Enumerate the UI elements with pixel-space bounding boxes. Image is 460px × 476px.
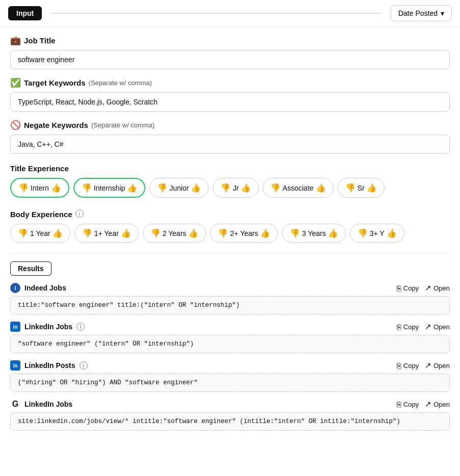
result-actions: ⎘ Copy ↗ Open (397, 400, 450, 409)
linkedin-icon: in (10, 360, 20, 371)
linkedin-icon: in (10, 322, 20, 332)
open-icon: ↗ (425, 283, 431, 293)
copy-icon: ⎘ (397, 323, 401, 331)
title-chip-associate[interactable]: 👎Associate👍 (263, 178, 334, 198)
negate-keywords-label: 🚫 Negate Keywords (Separate w/ comma) (10, 120, 450, 130)
open-icon: ↗ (425, 400, 431, 409)
job-title-label: 💼 Job Title (10, 35, 450, 46)
copy-label: Copy (403, 323, 419, 331)
job-title-input[interactable] (10, 50, 450, 69)
result-actions: ⎘ Copy ↗ Open (397, 322, 450, 331)
open-button[interactable]: ↗ Open (425, 322, 450, 331)
chip-label: Associate (283, 184, 314, 192)
thumbs-down-icon: 👎 (357, 228, 368, 238)
job-title-emoji: 💼 (10, 35, 21, 46)
result-service: in LinkedIn Jobs i (10, 322, 85, 332)
thumbs-up-icon: 👍 (188, 228, 198, 238)
chevron-down-icon: ▾ (441, 9, 444, 17)
result-header: in LinkedIn Posts i ⎘ Copy ↗ Open (10, 360, 450, 371)
open-label: Open (433, 284, 450, 292)
target-keywords-label: ✅ Target Keywords (Separate w/ comma) (10, 77, 450, 88)
body-chip-2years[interactable]: 👎2 Years👍 (143, 224, 207, 243)
thumbs-up-icon: 👍 (260, 228, 270, 238)
target-keywords-input[interactable] (10, 92, 450, 112)
title-chip-sr[interactable]: 👎Sr👍 (338, 178, 385, 198)
results-tab: Results (10, 261, 52, 276)
body-chip-3plusyears[interactable]: 👎3+ Y👍 (350, 224, 404, 243)
result-service-name: LinkedIn Jobs (24, 400, 72, 408)
open-button[interactable]: ↗ Open (425, 361, 450, 370)
thumbs-up-icon: 👍 (127, 183, 137, 193)
body-chip-1plusyear[interactable]: 👎1+ Year👍 (74, 224, 139, 243)
result-section-google-linkedin-jobs: G LinkedIn Jobs ⎘ Copy ↗ Open site:linke… (10, 399, 450, 431)
chip-label: Internship (94, 184, 125, 192)
divider (10, 253, 450, 253)
target-keywords-emoji: ✅ (10, 77, 21, 88)
thumbs-down-icon: 👎 (220, 183, 231, 193)
thumbs-up-icon: 👍 (121, 228, 131, 238)
result-service: i Indeed Jobs (10, 283, 66, 293)
body-chip-1year[interactable]: 👎1 Year👍 (10, 224, 70, 243)
thumbs-down-icon: 👎 (290, 228, 300, 238)
negate-keywords-input[interactable] (10, 135, 450, 154)
chip-label: Intern (31, 184, 49, 192)
body-chip-3years[interactable]: 👎3 Years👍 (282, 224, 346, 243)
result-info-icon[interactable]: i (76, 323, 85, 331)
chip-label: 2 Years (163, 229, 187, 237)
thumbs-up-icon: 👍 (367, 183, 377, 193)
result-header: i Indeed Jobs ⎘ Copy ↗ Open (10, 283, 450, 293)
copy-button[interactable]: ⎘ Copy (397, 361, 419, 370)
copy-button[interactable]: ⎘ Copy (397, 284, 419, 293)
title-chip-jr[interactable]: 👎Jr👍 (213, 178, 259, 198)
result-actions: ⎘ Copy ↗ Open (397, 283, 450, 293)
copy-button[interactable]: ⎘ Copy (397, 400, 419, 409)
result-query: "software engineer" ("intern" OR "intern… (10, 335, 450, 353)
body-experience-title: Body Experience (10, 210, 72, 219)
open-button[interactable]: ↗ Open (425, 400, 450, 409)
chip-label: 1+ Year (94, 229, 119, 237)
target-keywords-text: Target Keywords (24, 78, 86, 87)
result-service-name: Indeed Jobs (24, 284, 66, 292)
chip-label: Jr (233, 184, 239, 192)
copy-label: Copy (403, 401, 419, 408)
copy-label: Copy (403, 362, 419, 369)
title-chip-internship[interactable]: 👎Internship👍 (73, 178, 145, 198)
results-container: i Indeed Jobs ⎘ Copy ↗ Open title:"softw… (10, 283, 450, 431)
date-posted-button[interactable]: Date Posted ▾ (391, 5, 452, 21)
result-service-name: LinkedIn Posts (24, 361, 75, 369)
copy-icon: ⎘ (397, 361, 401, 370)
open-button[interactable]: ↗ Open (425, 283, 450, 293)
thumbs-up-icon: 👍 (53, 228, 63, 238)
body-experience-info-icon[interactable]: i (75, 209, 84, 218)
copy-button[interactable]: ⎘ Copy (397, 323, 419, 331)
result-section-linkedin-posts: in LinkedIn Posts i ⎘ Copy ↗ Open ("#hir… (10, 360, 450, 392)
copy-icon: ⎘ (397, 400, 401, 409)
result-query: site:linkedin.com/jobs/view/* intitle:"s… (10, 412, 450, 431)
thumbs-up-icon: 👍 (241, 183, 251, 193)
title-chip-intern[interactable]: 👎Intern👍 (10, 178, 69, 198)
thumbs-up-icon: 👍 (316, 183, 326, 193)
thumbs-up-icon: 👍 (191, 183, 201, 193)
thumbs-down-icon: 👎 (218, 228, 228, 238)
negate-keywords-text: Negate Keywords (24, 121, 88, 129)
input-tab[interactable]: Input (8, 6, 42, 20)
open-icon: ↗ (425, 322, 431, 331)
negate-keywords-sublabel: (Separate w/ comma) (91, 121, 155, 129)
thumbs-down-icon: 👎 (18, 228, 28, 238)
body-chip-2plusyears[interactable]: 👎2+ Years👍 (210, 224, 278, 243)
target-keywords-sublabel: (Separate w/ comma) (89, 79, 152, 87)
thumbs-down-icon: 👎 (150, 228, 161, 238)
thumbs-up-icon: 👍 (51, 183, 61, 193)
title-experience-header: Title Experience (10, 164, 450, 173)
title-chip-junior[interactable]: 👎Junior👍 (149, 178, 209, 198)
thumbs-down-icon: 👎 (82, 183, 92, 193)
result-info-icon[interactable]: i (80, 361, 88, 369)
thumbs-up-icon: 👍 (328, 228, 338, 238)
result-header: G LinkedIn Jobs ⎘ Copy ↗ Open (10, 399, 450, 409)
chip-label: Sr (357, 184, 365, 192)
body-experience-header: Body Experience i (10, 208, 450, 219)
chip-label: 3+ Y (370, 229, 385, 237)
thumbs-down-icon: 👎 (82, 228, 92, 238)
chip-label: 1 Year (30, 229, 50, 237)
title-experience-chips: 👎Intern👍👎Internship👍👎Junior👍👎Jr👍👎Associa… (10, 178, 450, 198)
